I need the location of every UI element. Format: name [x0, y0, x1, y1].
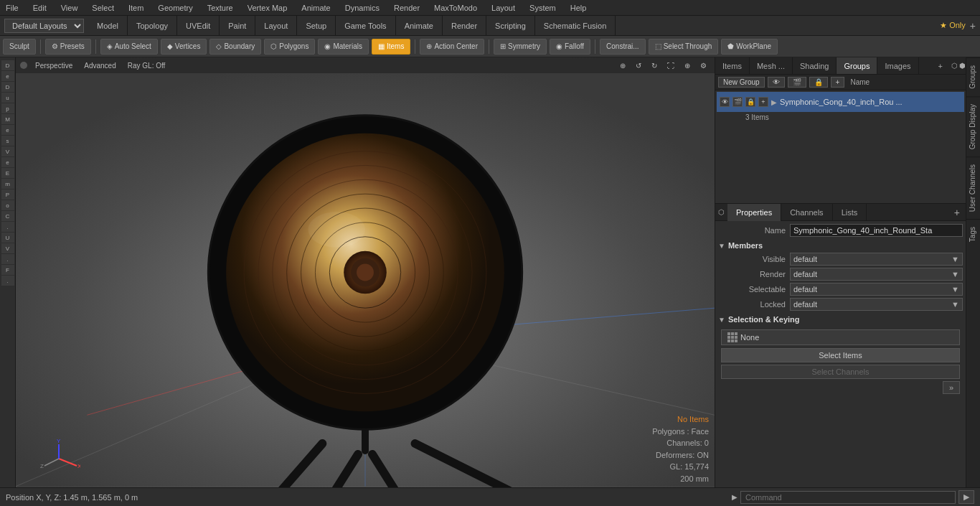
add-tab-button[interactable]: + — [933, 57, 948, 74]
menu-edit[interactable]: Edit — [30, 2, 50, 14]
item-eye-toggle[interactable]: 👁 — [720, 97, 730, 107]
items-button[interactable]: ▦ Items — [372, 39, 410, 55]
locked-dropdown[interactable]: default ▼ — [790, 298, 963, 311]
left-tool-14[interactable]: o — [1, 200, 14, 210]
left-tool-6[interactable]: M — [1, 114, 14, 124]
tab-setup[interactable]: Setup — [297, 16, 336, 36]
menu-dynamics[interactable]: Dynamics — [342, 2, 382, 14]
tab-properties[interactable]: Properties — [727, 204, 781, 221]
falloff-button[interactable]: ◉ Falloff — [550, 39, 590, 55]
tab-paint[interactable]: Paint — [220, 16, 255, 36]
render-dropdown[interactable]: default ▼ — [790, 268, 963, 281]
command-expand-icon[interactable]: ▶ — [732, 493, 738, 501]
more-button[interactable]: » — [943, 381, 960, 394]
left-tool-17[interactable]: U — [1, 233, 14, 243]
tab-uvedit[interactable]: UVEdit — [177, 16, 220, 36]
left-tool-15[interactable]: C — [1, 211, 14, 221]
menu-render[interactable]: Render — [391, 2, 423, 14]
side-tab-user-channels[interactable]: User Channels — [966, 156, 980, 219]
viewport-icon-fit[interactable]: ⊕ — [681, 60, 694, 71]
layout-dropdown[interactable]: Default Layouts — [4, 19, 84, 33]
left-tool-13[interactable]: P — [1, 189, 14, 200]
viewport-icon-camera[interactable]: ⊕ — [616, 60, 629, 71]
left-tool-3[interactable]: D — [1, 82, 14, 92]
materials-button[interactable]: ◉ Materials — [318, 39, 369, 55]
left-tool-12[interactable]: m — [1, 179, 14, 189]
expand-right-button[interactable]: ⬡ — [951, 62, 958, 70]
collapse-right-button[interactable]: ⬢ — [959, 62, 966, 70]
viewport-raygl[interactable]: Ray GL: Off — [124, 60, 169, 71]
vertices-button[interactable]: ◆ Vertices — [161, 39, 207, 55]
constrain-button[interactable]: Constrai... — [600, 39, 646, 55]
add-prop-tab-button[interactable]: + — [948, 207, 966, 218]
menu-system[interactable]: System — [527, 2, 559, 14]
select-through-button[interactable]: ⬚ Select Through — [649, 39, 719, 55]
select-channels-button[interactable]: Select Channels — [721, 365, 960, 379]
prop-expand-button[interactable]: ⬡ — [715, 208, 727, 216]
tab-topology[interactable]: Topology — [128, 16, 177, 36]
menu-layout[interactable]: Layout — [489, 2, 518, 14]
left-tool-7[interactable]: e — [1, 125, 14, 135]
left-tool-8[interactable]: s — [1, 136, 14, 146]
visible-dropdown[interactable]: default ▼ — [790, 253, 963, 266]
menu-texture[interactable]: Texture — [204, 2, 236, 14]
left-tool-10[interactable]: e — [1, 157, 14, 167]
viewport-icon-redo[interactable]: ↻ — [648, 60, 661, 71]
polygons-button[interactable]: ⬡ Polygons — [264, 39, 315, 55]
sculpt-button[interactable]: Sculpt — [3, 39, 36, 55]
menu-view[interactable]: View — [58, 2, 81, 14]
left-tool-11[interactable]: E — [1, 168, 14, 178]
left-tool-4[interactable]: u — [1, 93, 14, 103]
viewport[interactable]: Perspective Advanced Ray GL: Off ⊕ ↺ ↻ ⛶… — [16, 57, 715, 487]
menu-select[interactable]: Select — [89, 2, 117, 14]
menu-file[interactable]: File — [3, 2, 22, 14]
viewport-icon-undo[interactable]: ↺ — [632, 60, 645, 71]
item-render-toggle[interactable]: 🎬 — [732, 97, 743, 107]
tab-animate[interactable]: Animate — [396, 16, 443, 36]
left-tool-21[interactable]: . — [1, 276, 14, 286]
tab-game-tools[interactable]: Game Tools — [336, 16, 396, 36]
name-property-input[interactable] — [790, 224, 963, 237]
viewport-shading[interactable]: Advanced — [80, 60, 119, 71]
add-layout-button[interactable]: + — [970, 20, 976, 32]
none-button[interactable]: None — [721, 329, 960, 345]
sel-keying-section-header[interactable]: ▼ Selection & Keying — [718, 315, 963, 324]
viewport-icon-settings[interactable]: ⚙ — [697, 60, 710, 71]
side-tab-groups[interactable]: Groups — [966, 57, 980, 96]
action-center-button[interactable]: ⊕ Action Center — [420, 39, 484, 55]
tab-groups[interactable]: Groups — [837, 57, 877, 74]
left-tool-5[interactable]: p — [1, 103, 14, 113]
left-tool-18[interactable]: V — [1, 243, 14, 253]
left-tool-1[interactable]: D — [1, 60, 14, 70]
item-expand-arrow[interactable]: ▶ — [771, 98, 777, 106]
left-tool-2[interactable]: e — [1, 71, 14, 81]
tab-shading[interactable]: Shading — [793, 57, 837, 74]
tab-items[interactable]: Items — [715, 57, 750, 74]
side-tab-group-display[interactable]: Group Display — [966, 96, 980, 156]
command-execute-button[interactable]: ▶ — [958, 490, 974, 504]
tab-scripting[interactable]: Scripting — [486, 16, 535, 36]
tab-images[interactable]: Images — [877, 57, 918, 74]
plus-icon[interactable]: + — [831, 77, 845, 88]
menu-animate[interactable]: Animate — [298, 2, 333, 14]
boundary-button[interactable]: ◇ Boundary — [209, 39, 261, 55]
viewport-icon-expand[interactable]: ⛶ — [664, 60, 678, 71]
left-tool-19[interactable]: . — [1, 254, 14, 264]
command-input[interactable] — [740, 491, 956, 504]
tab-render[interactable]: Render — [443, 16, 486, 36]
workplane-button[interactable]: ⬟ WorkPlane — [721, 39, 778, 55]
tab-schematic-fusion[interactable]: Schematic Fusion — [535, 16, 616, 36]
select-items-button[interactable]: Select Items — [721, 348, 960, 362]
viewport-mode[interactable]: Perspective — [32, 60, 76, 71]
left-tool-9[interactable]: V — [1, 146, 14, 156]
auto-select-button[interactable]: ◈ Auto Select — [100, 39, 158, 55]
menu-maxtomodo[interactable]: MaxToModo — [431, 2, 480, 14]
tab-lists[interactable]: Lists — [833, 204, 867, 221]
menu-geometry[interactable]: Geometry — [155, 2, 195, 14]
eye-icon[interactable]: 👁 — [768, 77, 785, 88]
item-lock-toggle[interactable]: 🔒 — [745, 97, 755, 107]
new-group-button[interactable]: New Group — [718, 77, 765, 88]
item-row[interactable]: 👁 🎬 🔒 + ▶ Symphonic_Gong_40_inch_Rou ... — [717, 92, 964, 112]
tab-channels[interactable]: Channels — [781, 204, 832, 221]
side-tab-tags[interactable]: Tags — [966, 219, 980, 249]
